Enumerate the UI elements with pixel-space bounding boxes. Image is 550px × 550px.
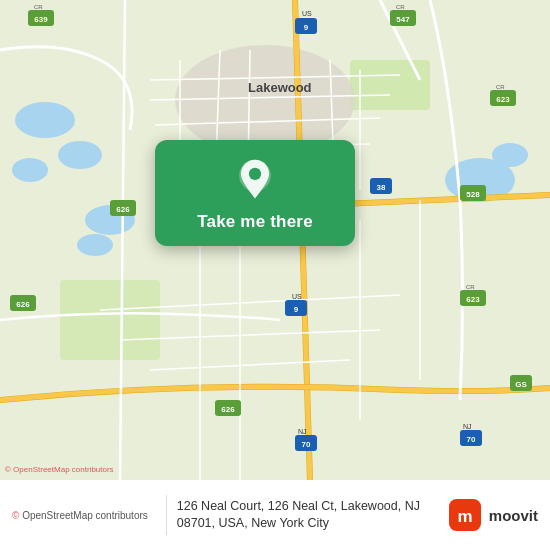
svg-text:528: 528: [466, 190, 480, 199]
svg-text:623: 623: [466, 295, 480, 304]
svg-text:639: 639: [34, 15, 48, 24]
svg-text:CR: CR: [396, 4, 405, 10]
moovit-logo: m moovit: [449, 499, 538, 531]
map-container: 9 US 639 CR 547 CR 528 38 623 CR 623 CR …: [0, 0, 550, 480]
moovit-text: moovit: [489, 507, 538, 524]
osm-attribution: © OpenStreetMap contributors: [12, 510, 148, 521]
svg-text:m: m: [457, 507, 472, 526]
svg-text:NJ: NJ: [298, 428, 307, 435]
svg-text:626: 626: [221, 405, 235, 414]
take-me-card[interactable]: Take me there: [155, 140, 355, 246]
svg-text:US: US: [292, 293, 302, 300]
svg-text:9: 9: [294, 305, 299, 314]
take-me-button-label: Take me there: [197, 212, 313, 232]
svg-text:626: 626: [16, 300, 30, 309]
svg-point-2: [58, 141, 102, 169]
svg-text:623: 623: [496, 95, 510, 104]
svg-point-10: [175, 45, 355, 155]
svg-point-5: [492, 143, 528, 167]
svg-text:547: 547: [396, 15, 410, 24]
svg-text:© OpenStreetMap contributors: © OpenStreetMap contributors: [5, 465, 114, 474]
address-label: 126 Neal Court, 126 Neal Ct, Lakewood, N…: [177, 498, 439, 533]
svg-rect-9: [60, 280, 160, 360]
svg-point-7: [77, 234, 113, 256]
svg-text:NJ: NJ: [463, 423, 472, 430]
svg-text:38: 38: [377, 183, 386, 192]
svg-point-71: [249, 168, 261, 180]
bottom-bar: © OpenStreetMap contributors 126 Neal Co…: [0, 480, 550, 550]
svg-text:70: 70: [302, 440, 311, 449]
svg-rect-8: [350, 60, 430, 110]
svg-point-1: [15, 102, 75, 138]
svg-text:9: 9: [304, 23, 309, 32]
svg-text:626: 626: [116, 205, 130, 214]
moovit-icon: m: [449, 499, 481, 531]
svg-text:Lakewood: Lakewood: [248, 80, 312, 95]
svg-text:GS: GS: [515, 380, 527, 389]
svg-text:CR: CR: [496, 84, 505, 90]
svg-text:CR: CR: [34, 4, 43, 10]
svg-text:US: US: [302, 10, 312, 17]
location-pin-icon: [233, 158, 277, 202]
svg-point-3: [12, 158, 48, 182]
svg-text:70: 70: [467, 435, 476, 444]
svg-text:CR: CR: [466, 284, 475, 290]
